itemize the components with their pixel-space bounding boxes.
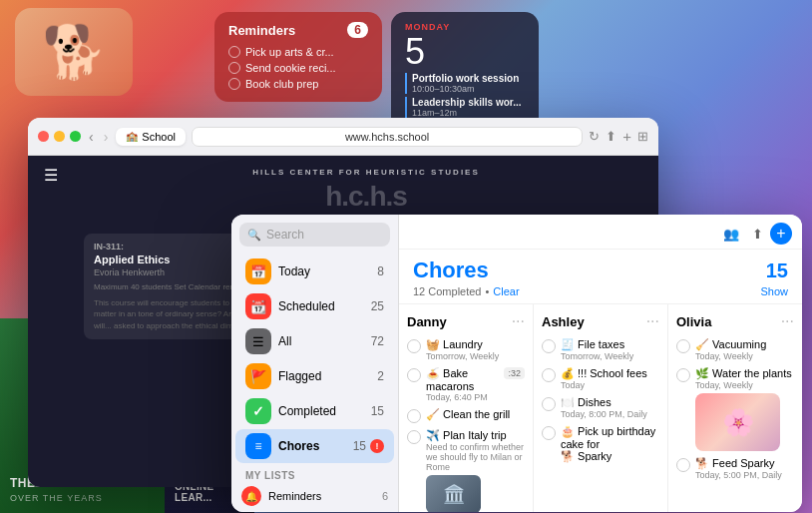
browser-menu-btn[interactable]: ⊞ — [637, 129, 648, 144]
school-nav-sidebar: ☰ — [28, 156, 74, 487]
file-taxes-item: 🧾 File taxes Tomorrow, Weekly — [542, 335, 659, 364]
browser-forward-btn[interactable]: › — [102, 129, 111, 145]
water-plants-item: 🌿 Water the plants Today, Weekly 🌸 — [676, 364, 794, 454]
completed-label: Completed — [278, 404, 371, 418]
italy-trip-checkbox[interactable] — [407, 430, 421, 444]
reminders-mini-widget: Reminders 6 Pick up arts & cr... Send co… — [214, 12, 382, 102]
browser-tab-add-btn[interactable]: + — [622, 128, 631, 145]
ashley-column: Ashley ··· 🧾 File taxes Tomorrow, Weekly… — [534, 304, 668, 512]
birthday-cake-content: 🎂 Pick up birthday cake for 🐕 Sparky — [561, 425, 659, 463]
laundry-item: 🧺 Laundry Tomorrow, Weekly — [407, 335, 525, 364]
water-plants-content: 🌿 Water the plants Today, Weekly 🌸 — [695, 367, 794, 451]
chores-icon: ≡ — [245, 433, 271, 459]
reminder-widget-item-2: Send cookie reci... — [228, 60, 368, 76]
flagged-count: 2 — [377, 369, 384, 383]
reminders-app-window: 🔍 Search 📅 Today 8 📆 Scheduled 25 ☰ All … — [231, 215, 802, 512]
dog-photo-widget: 🐕 — [15, 8, 133, 96]
italy-trip-item: ✈️ Plan Italy trip Need to confirm wheth… — [407, 426, 525, 512]
school-fees-checkbox[interactable] — [542, 368, 556, 382]
browser-reload-btn[interactable]: ↻ — [589, 129, 600, 144]
flagged-label: Flagged — [278, 369, 377, 383]
cal-event-1: Portfolio work session 10:00–10:30am — [405, 73, 525, 94]
italy-trip-image: 🏛️ — [426, 475, 481, 512]
birthday-cake-checkbox[interactable] — [542, 426, 556, 440]
browser-toolbar: ‹ › 🏫 School www.hchs.school ↻ ⬆ + ⊞ — [28, 118, 658, 156]
traffic-light-red[interactable] — [38, 131, 49, 142]
add-reminder-button[interactable]: + — [770, 223, 792, 245]
flower-image: 🌸 — [695, 393, 780, 451]
olivia-more-icon[interactable]: ··· — [781, 312, 794, 330]
tab-active[interactable]: 🏫 School — [116, 128, 186, 146]
sidebar-list-reminders[interactable]: 🔔 Reminders 6 — [231, 483, 398, 509]
reminders-app-sidebar: 🔍 Search 📅 Today 8 📆 Scheduled 25 ☰ All … — [231, 215, 399, 512]
clear-button[interactable]: Clear — [493, 285, 519, 297]
clean-grill-item: 🧹 Clean the grill — [407, 405, 525, 426]
cal-event-2: Leadership skills wor... 11am–12m — [405, 97, 525, 118]
danny-column: Danny ··· 🧺 Laundry Tomorrow, Weekly 🍝 B… — [399, 304, 534, 512]
group-view-icon[interactable]: 👥 — [718, 221, 744, 247]
sidebar-item-completed[interactable]: ✓ Completed 15 — [235, 394, 394, 428]
chores-meta-bar: 12 Completed • Clear Show — [399, 285, 802, 304]
school-big-text: h.c.h.s — [89, 181, 643, 213]
chores-count: 15 — [353, 439, 366, 453]
danny-column-header: Danny ··· — [407, 312, 525, 330]
hamburger-icon[interactable]: ☰ — [44, 166, 58, 185]
ashley-more-icon[interactable]: ··· — [646, 312, 659, 330]
olivia-column: Olivia ··· 🧹 Vacuuming Today, Weekly 🌿 W… — [668, 304, 802, 512]
reminders-columns: Danny ··· 🧺 Laundry Tomorrow, Weekly 🍝 B… — [399, 304, 802, 512]
feed-sparky-item: 🐕 Feed Sparky Today, 5:00 PM, Daily — [676, 454, 794, 483]
chores-title: Chores — [413, 257, 766, 283]
today-icon: 📅 — [245, 258, 271, 284]
file-taxes-checkbox[interactable] — [542, 339, 556, 353]
reminder-widget-item-3: Book club prep — [228, 76, 368, 92]
sidebar-item-today[interactable]: 📅 Today 8 — [235, 255, 394, 288]
calendar-date: 5 — [405, 34, 525, 70]
dishes-checkbox[interactable] — [542, 397, 556, 411]
chores-header: Chores 15 — [399, 250, 802, 285]
reminders-main-content: 👥 ⬆ + Chores 15 12 Completed • Clear Sho… — [399, 215, 802, 512]
danny-name: Danny — [407, 314, 512, 329]
traffic-lights — [38, 131, 81, 142]
browser-back-btn[interactable]: ‹ — [87, 129, 96, 145]
olivia-name: Olivia — [676, 314, 781, 329]
macarons-time-badge: :32 — [504, 367, 525, 379]
danny-more-icon[interactable]: ··· — [512, 312, 525, 330]
reminders-widget-title: Reminders — [228, 23, 295, 38]
feed-sparky-content: 🐕 Feed Sparky Today, 5:00 PM, Daily — [695, 457, 794, 480]
laundry-checkbox[interactable] — [407, 339, 421, 353]
feed-sparky-checkbox[interactable] — [676, 458, 690, 472]
sidebar-list-family[interactable]: 👪 Family 7 — [231, 509, 398, 512]
sidebar-item-flagged[interactable]: 🚩 Flagged 2 — [235, 359, 394, 393]
laundry-content: 🧺 Laundry Tomorrow, Weekly — [426, 338, 525, 361]
browser-share-btn[interactable]: ⬆ — [606, 129, 616, 144]
reminders-widget-count: 6 — [347, 22, 368, 38]
italy-trip-content: ✈️ Plan Italy trip Need to confirm wheth… — [426, 429, 525, 512]
vacuuming-checkbox[interactable] — [676, 339, 690, 353]
address-bar[interactable]: www.hchs.school — [192, 127, 583, 147]
ashley-column-header: Ashley ··· — [542, 312, 659, 330]
macarons-checkbox[interactable] — [407, 368, 421, 382]
sidebar-search-bar[interactable]: 🔍 Search — [239, 223, 390, 247]
sidebar-item-scheduled[interactable]: 📆 Scheduled 25 — [235, 289, 394, 323]
completed-count: 15 — [371, 404, 384, 418]
sidebar-item-chores[interactable]: ≡ Chores 15 ! — [235, 429, 394, 463]
reminder-widget-item-1: Pick up arts & cr... — [228, 44, 368, 60]
completed-icon: ✓ — [245, 398, 271, 424]
share-icon[interactable]: ⬆ — [744, 221, 770, 247]
clean-grill-checkbox[interactable] — [407, 409, 421, 423]
traffic-light-green[interactable] — [70, 131, 81, 142]
birthday-cake-item: 🎂 Pick up birthday cake for 🐕 Sparky — [542, 422, 659, 466]
school-fees-item: 💰 !!! School fees Today — [542, 364, 659, 393]
sidebar-item-all[interactable]: ☰ All 72 — [235, 324, 394, 358]
show-button[interactable]: Show — [760, 285, 788, 297]
macarons-content: 🍝 Bake macarons Today, 6:40 PM — [426, 367, 499, 402]
traffic-light-yellow[interactable] — [54, 131, 65, 142]
all-count: 72 — [371, 334, 384, 348]
school-fees-content: 💰 !!! School fees Today — [561, 367, 659, 390]
scheduled-label: Scheduled — [278, 299, 371, 313]
chores-label: Chores — [278, 439, 353, 453]
water-plants-checkbox[interactable] — [676, 368, 690, 382]
vacuuming-content: 🧹 Vacuuming Today, Weekly — [695, 338, 794, 361]
file-taxes-content: 🧾 File taxes Tomorrow, Weekly — [561, 338, 659, 361]
olivia-column-header: Olivia ··· — [676, 312, 794, 330]
